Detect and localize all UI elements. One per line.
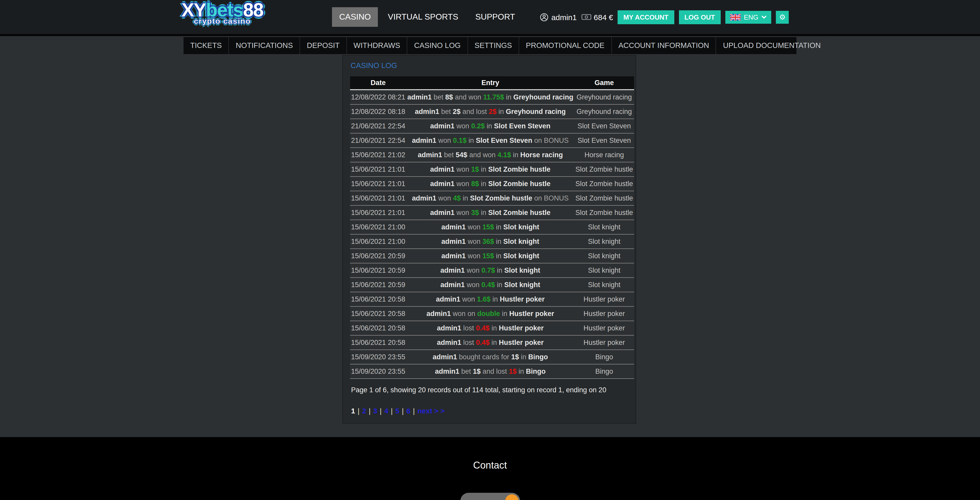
subnav-item-account-information[interactable]: ACCOUNT INFORMATION — [612, 37, 716, 54]
pagination-current-page: 1 — [351, 407, 355, 415]
cell-game: Slot Even Steven — [574, 119, 634, 133]
pagination-page-4[interactable]: 4 — [384, 407, 388, 415]
username: admin1 — [551, 13, 577, 21]
column-header-date: Date — [350, 76, 406, 90]
cell-date: 15/06/2021 21:00 — [350, 234, 406, 249]
page: XYbets88 crypto casino CASINO VIRTUAL SP… — [0, 0, 980, 500]
cell-entry: admin1 won 36$ in Slot knight — [406, 234, 574, 249]
table-row: 15/09/2020 23:55admin1 bet 1$ and lost 1… — [350, 364, 634, 379]
subnav-item-deposit[interactable]: DEPOSIT — [300, 37, 347, 54]
cell-game: Slot Zombie hustle — [574, 162, 634, 177]
nav-item-virtual-sports[interactable]: VIRTUAL SPORTS — [381, 7, 466, 27]
pagination: 1|2|3|4|5|6|next > > — [351, 407, 628, 415]
table-row: 15/06/2021 20:59admin1 won 0.4$ in Slot … — [350, 277, 634, 292]
subnav-item-settings[interactable]: SETTINGS — [468, 37, 519, 54]
cell-game: Greyhound racing — [574, 90, 634, 104]
table-row: 21/06/2021 22:54admin1 won 0.2$ in Slot … — [350, 119, 634, 133]
cell-game: Hustler poker — [574, 321, 634, 335]
language-selector[interactable]: ENG — [725, 11, 771, 24]
cell-date: 21/06/2021 22:54 — [350, 119, 406, 133]
records-summary: Page 1 of 6, showing 20 records out of 1… — [351, 386, 628, 394]
cell-date: 15/06/2021 21:01 — [350, 177, 406, 191]
cell-game: Slot Even Steven — [574, 133, 634, 148]
subnav-item-withdraws[interactable]: WITHDRAWS — [347, 37, 407, 54]
pagination-separator: | — [399, 407, 406, 415]
pagination-page-3[interactable]: 3 — [373, 407, 377, 415]
cell-entry: admin1 bought cards for 1$ in Bingo — [406, 350, 574, 364]
chat-widget[interactable] — [460, 493, 520, 500]
cell-game: Slot knight — [574, 277, 634, 292]
pagination-separator: | — [366, 407, 373, 415]
gear-icon: ⚙ — [779, 13, 785, 21]
contact-heading: Contact — [0, 437, 980, 471]
pagination-next[interactable]: next > > — [417, 407, 445, 415]
cell-game: Slot knight — [574, 234, 634, 249]
page-title: CASINO LOG — [350, 61, 628, 70]
nav-item-casino[interactable]: CASINO — [332, 7, 378, 27]
log-out-button[interactable]: LOG OUT — [679, 10, 721, 24]
cell-game: Hustler poker — [574, 292, 634, 306]
table-row: 15/06/2021 20:59admin1 won 0.7$ in Slot … — [350, 263, 634, 277]
cell-entry: admin1 won 0.2$ in Slot Even Steven — [406, 119, 574, 133]
cell-game: Slot Zombie hustle — [574, 205, 634, 220]
cell-date: 15/06/2021 20:58 — [350, 292, 406, 306]
pagination-separator: | — [388, 407, 395, 415]
uk-flag-icon — [730, 14, 741, 21]
table-header-row: DateEntryGame — [350, 76, 634, 90]
subnav: TICKETSNOTIFICATIONSDEPOSITWITHDRAWSCASI… — [183, 37, 797, 54]
table-row: 15/06/2021 21:02admin1 bet 54$ and won 4… — [350, 148, 634, 162]
cell-game: Bingo — [574, 350, 634, 364]
cell-date: 15/06/2021 20:58 — [350, 321, 406, 335]
cell-date: 15/06/2021 21:00 — [350, 220, 406, 234]
cell-date: 15/06/2021 21:01 — [350, 205, 406, 220]
cell-entry: admin1 won 4$ in Slot Zombie hustle on B… — [406, 191, 574, 205]
pagination-page-5[interactable]: 5 — [395, 407, 399, 415]
cell-entry: admin1 won 0.7$ in Slot knight — [406, 263, 574, 277]
settings-gear-button[interactable]: ⚙ — [776, 11, 789, 24]
my-account-button[interactable]: MY ACCOUNT — [617, 10, 674, 24]
cell-date: 15/09/2020 23:55 — [350, 364, 406, 379]
language-code: ENG — [744, 13, 758, 21]
cell-entry: admin1 won 0.4$ in Slot knight — [406, 277, 574, 292]
nav-item-support[interactable]: SUPPORT — [468, 7, 522, 27]
pagination-page-2[interactable]: 2 — [362, 407, 366, 415]
table-row: 15/06/2021 21:01admin1 won 8$ in Slot Zo… — [350, 177, 634, 191]
cell-date: 12/08/2022 08:21 — [350, 90, 406, 104]
logo-tagline: crypto casino — [181, 17, 263, 25]
cell-entry: admin1 lost 0.4$ in Hustler poker — [406, 335, 574, 350]
table-row: 12/08/2022 08:21admin1 bet 8$ and won 11… — [350, 90, 634, 104]
pagination-page-6[interactable]: 6 — [406, 407, 410, 415]
cell-date: 15/09/2020 23:55 — [350, 350, 406, 364]
subnav-item-casino-log[interactable]: CASINO LOG — [407, 37, 468, 54]
table-row: 15/06/2021 20:58admin1 lost 0.4$ in Hust… — [350, 321, 634, 335]
cell-game: Slot knight — [574, 249, 634, 263]
table-row: 15/06/2021 21:01admin1 won 3$ in Slot Zo… — [350, 205, 634, 220]
cell-game: Horse racing — [574, 148, 634, 162]
cell-date: 21/06/2021 22:54 — [350, 133, 406, 148]
cell-entry: admin1 won 8$ in Slot Zombie hustle — [406, 177, 574, 191]
balance: 684 € — [581, 13, 613, 21]
subnav-item-promotional-code[interactable]: PROMOTIONAL CODE — [519, 37, 612, 54]
cell-entry: admin1 won 3$ in Slot Zombie hustle — [406, 205, 574, 220]
cell-game: Slot knight — [574, 220, 634, 234]
pagination-separator: | — [410, 407, 417, 415]
subnav-item-tickets[interactable]: TICKETS — [183, 37, 229, 54]
cell-date: 15/06/2021 20:58 — [350, 335, 406, 350]
main-nav: CASINO VIRTUAL SPORTS SUPPORT — [332, 0, 522, 34]
top-header: XYbets88 crypto casino CASINO VIRTUAL SP… — [0, 0, 980, 34]
cell-date: 15/06/2021 20:58 — [350, 306, 406, 321]
cell-entry: admin1 bet 1$ and lost 1$ in Bingo — [406, 364, 574, 379]
pagination-separator: | — [377, 407, 384, 415]
user-area: admin1 684 € MY ACCOUNT LOG OUT ENG ⚙ — [540, 0, 789, 34]
site-logo[interactable]: XYbets88 crypto casino — [181, 0, 263, 25]
subnav-item-notifications[interactable]: NOTIFICATIONS — [229, 37, 300, 54]
cell-date: 12/08/2022 08:18 — [350, 104, 406, 119]
cell-entry: admin1 bet 2$ and lost 2$ in Greyhound r… — [406, 104, 574, 119]
cell-entry: admin1 lost 0.4$ in Hustler poker — [406, 321, 574, 335]
cell-entry: admin1 won on double in Hustler poker — [406, 306, 574, 321]
cell-entry: admin1 bet 8$ and won 11.75$ in Greyhoun… — [406, 90, 574, 104]
chevron-down-icon — [761, 15, 767, 19]
subnav-item-upload-documentation[interactable]: UPLOAD DOCUMENTATION — [716, 37, 828, 54]
user-icon — [540, 13, 549, 21]
cell-entry: admin1 won 1.6$ in Hustler poker — [406, 292, 574, 306]
